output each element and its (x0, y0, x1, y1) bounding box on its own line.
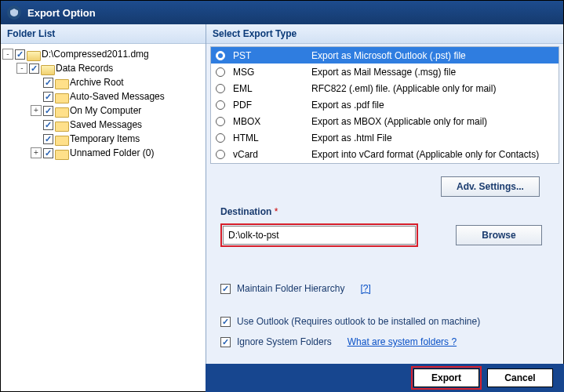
format-name: vCard (233, 149, 311, 160)
app-icon (7, 5, 21, 20)
tree-label: Auto-Saved Messages (70, 91, 165, 102)
maintain-hierarchy-checkbox[interactable] (220, 284, 231, 294)
export-format-row[interactable]: PDFExport as .pdf file (211, 96, 559, 113)
format-name: HTML (233, 132, 311, 143)
folder-list-pane: Folder List -D:\Compressed2011.dmg-Data … (1, 24, 206, 391)
tree-label: Data Records (56, 63, 113, 74)
ignore-system-checkbox[interactable] (220, 337, 231, 347)
format-desc: Export as MBOX (Applicable only for mail… (311, 116, 554, 127)
tree-checkbox[interactable] (43, 134, 53, 144)
tree-row[interactable]: Auto-Saved Messages (2, 89, 204, 103)
folder-icon (55, 106, 67, 116)
format-name: PST (233, 50, 311, 61)
folder-icon (55, 134, 67, 144)
tree-row[interactable]: -Data Records (2, 61, 204, 75)
tree-row[interactable]: Temporary Items (2, 132, 204, 146)
tree-label: Temporary Items (70, 133, 140, 144)
tree-label: Saved Messages (70, 119, 142, 130)
tree-row[interactable]: +Unnamed Folder (0) (2, 146, 204, 160)
export-format-row[interactable]: HTMLExport as .html File (211, 129, 559, 146)
maintain-hierarchy-help-link[interactable]: [?] (360, 283, 370, 294)
format-desc: Export as Mail Message (.msg) file (311, 67, 554, 78)
folder-icon (55, 78, 67, 88)
format-radio[interactable] (216, 150, 225, 159)
tree-checkbox[interactable] (43, 120, 53, 130)
tree-checkbox[interactable] (43, 92, 53, 102)
use-outlook-checkbox[interactable] (220, 317, 231, 327)
expand-icon[interactable]: + (31, 147, 42, 158)
export-button[interactable]: Export (413, 368, 479, 387)
format-name: PDF (233, 100, 311, 111)
required-asterisk: * (275, 206, 278, 217)
collapse-icon[interactable]: - (2, 49, 13, 60)
tree-checkbox[interactable] (43, 78, 53, 88)
export-format-row[interactable]: PSTExport as Microsoft Outlook (.pst) fi… (211, 47, 559, 64)
tree-label: Archive Root (70, 77, 124, 88)
export-format-row[interactable]: vCardExport into vCard format (Applicabl… (211, 146, 559, 162)
export-format-row[interactable]: MSGExport as Mail Message (.msg) file (211, 64, 559, 80)
folder-list-header: Folder List (1, 24, 206, 44)
folder-icon (55, 148, 67, 158)
destination-input[interactable] (223, 226, 416, 245)
format-desc: Export as Microsoft Outlook (.pst) file (311, 50, 554, 61)
format-radio[interactable] (216, 51, 225, 60)
format-desc: Export into vCard format (Applicable onl… (311, 149, 554, 160)
folder-icon (55, 92, 67, 102)
format-name: MBOX (233, 116, 311, 127)
folder-icon (55, 120, 67, 130)
expand-icon[interactable]: + (31, 105, 42, 116)
footer-bar: Export Cancel (206, 364, 564, 392)
tree-row[interactable]: +On My Computer (2, 103, 204, 118)
format-desc: RFC822 (.eml) file. (Applicable only for… (311, 83, 554, 94)
format-desc: Export as .html File (311, 132, 554, 143)
ignore-system-label: Ignore System Folders (237, 336, 332, 347)
adv-settings-button[interactable]: Adv. Settings... (441, 176, 540, 197)
maintain-hierarchy-label: Maintain Folder Hierarchy (237, 283, 344, 294)
what-system-folders-link[interactable]: What are system folders ? (347, 336, 457, 347)
format-desc: Export as .pdf file (311, 100, 554, 111)
browse-button[interactable]: Browse (456, 225, 542, 245)
tree-checkbox[interactable] (15, 49, 25, 60)
export-pane: Select Export Type PSTExport as Microsof… (206, 24, 563, 391)
export-format-row[interactable]: EMLRFC822 (.eml) file. (Applicable only … (211, 80, 559, 96)
tree-checkbox[interactable] (43, 148, 53, 158)
folder-icon (27, 49, 39, 60)
export-format-list[interactable]: PSTExport as Microsoft Outlook (.pst) fi… (210, 46, 559, 164)
collapse-icon[interactable]: - (16, 63, 27, 74)
use-outlook-label: Use Outlook (Requires outlook to be inst… (237, 316, 480, 327)
format-name: MSG (233, 67, 311, 78)
tree-label: D:\Compressed2011.dmg (42, 49, 149, 60)
window-title: Export Option (27, 7, 96, 19)
format-radio[interactable] (216, 67, 225, 77)
format-radio[interactable] (216, 133, 225, 143)
folder-tree[interactable]: -D:\Compressed2011.dmg-Data RecordsArchi… (1, 44, 206, 391)
format-radio[interactable] (216, 100, 225, 110)
tree-row[interactable]: Archive Root (2, 75, 204, 89)
titlebar: Export Option (1, 1, 563, 24)
tree-checkbox[interactable] (29, 64, 39, 74)
format-name: EML (233, 83, 311, 94)
tree-row[interactable]: Saved Messages (2, 118, 204, 132)
format-radio[interactable] (216, 84, 225, 93)
export-type-header: Select Export Type (206, 24, 563, 44)
export-format-row[interactable]: MBOXExport as MBOX (Applicable only for … (211, 113, 559, 129)
destination-highlight (220, 223, 418, 247)
tree-label: Unnamed Folder (0) (70, 147, 154, 158)
folder-icon (41, 64, 53, 74)
destination-label: Destination (220, 206, 271, 217)
format-radio[interactable] (216, 117, 225, 126)
tree-label: On My Computer (70, 105, 141, 116)
tree-row[interactable]: -D:\Compressed2011.dmg (2, 47, 204, 61)
tree-checkbox[interactable] (43, 106, 53, 116)
cancel-button[interactable]: Cancel (487, 368, 553, 387)
